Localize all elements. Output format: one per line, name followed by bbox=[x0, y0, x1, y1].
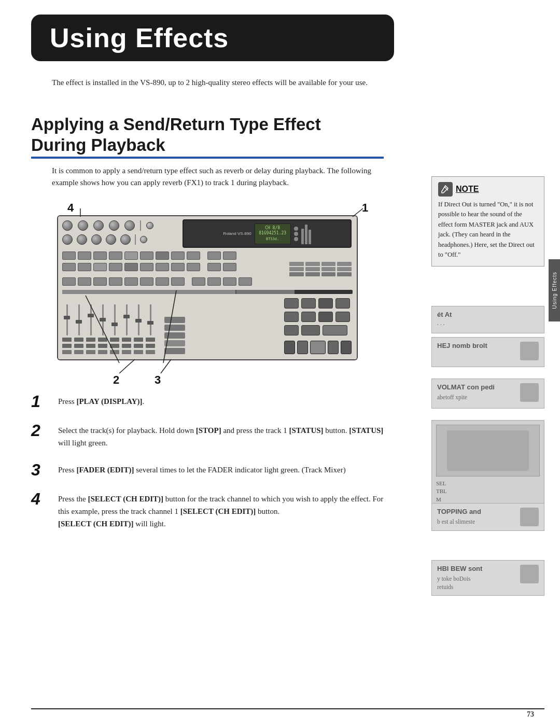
page-title: Using Effects bbox=[50, 22, 229, 53]
section-underline bbox=[31, 157, 384, 159]
section-body: It is common to apply a send/return type… bbox=[52, 165, 384, 189]
title-bar: Using Effects bbox=[31, 15, 394, 61]
step-2-number: 2 bbox=[31, 422, 58, 439]
device-diagram: Roland VS-890 CH 8/8 81G94251.23BT53d. bbox=[57, 215, 358, 360]
sidebar-block-1: ét At · · · bbox=[431, 306, 544, 333]
knob-5 bbox=[124, 220, 135, 231]
note-box: NOTE If Direct Out is turned "On," it is… bbox=[431, 176, 544, 267]
step-4-text: Press the [SELECT (CH EDIT)] button for … bbox=[58, 491, 384, 530]
svg-line-3 bbox=[161, 359, 171, 373]
sidebar-block-2: HEJ nomb brolt bbox=[431, 337, 544, 367]
page-number: 73 bbox=[527, 710, 534, 719]
intro-text: The effect is installed in the VS-890, u… bbox=[52, 77, 384, 89]
sidebar-block-5: HBI BEW sont y toke boDoisretuids bbox=[431, 560, 544, 596]
knob-2 bbox=[78, 220, 88, 231]
step-3-number: 3 bbox=[31, 461, 58, 478]
step-3: 3 Press [FADER (EDIT)] several times to … bbox=[31, 461, 384, 478]
bottom-line bbox=[31, 708, 544, 709]
knob-3 bbox=[93, 220, 104, 231]
step-1-number: 1 bbox=[31, 393, 58, 410]
diagram-label-3: 3 bbox=[155, 373, 161, 387]
display-screen: CH 8/8 81G94251.23BT53d. bbox=[255, 223, 291, 244]
step-3-text: Press [FADER (EDIT)] several times to le… bbox=[58, 461, 346, 476]
sidebar-image-block: SELTBLM bbox=[431, 420, 544, 508]
step-2-text: Select the track(s) for playback. Hold d… bbox=[58, 422, 384, 449]
step-1-text: Press [PLAY (DISPLAY)]. bbox=[58, 393, 144, 408]
knob-1 bbox=[62, 220, 73, 231]
steps-area: 1 Press [PLAY (DISPLAY)]. 2 Select the t… bbox=[31, 393, 384, 542]
diagram-label-1: 1 bbox=[362, 201, 368, 215]
diagram-label-4: 4 bbox=[67, 201, 74, 215]
step-4: 4 Press the [SELECT (CH EDIT)] button fo… bbox=[31, 491, 384, 530]
diagram-label-2: 2 bbox=[113, 373, 119, 387]
note-header: NOTE bbox=[438, 182, 538, 197]
note-icon bbox=[438, 182, 453, 197]
section-heading: Applying a Send/Return Type Effect Durin… bbox=[31, 114, 394, 156]
step-2: 2 Select the track(s) for playback. Hold… bbox=[31, 422, 384, 449]
display-unit: Roland VS-890 CH 8/8 81G94251.23BT53d. bbox=[183, 219, 352, 248]
sidebar-block-4: TOPPING and b est al slimeste bbox=[431, 503, 544, 531]
page-container: Using Effects The effect is installed in… bbox=[0, 0, 560, 728]
svg-line-2 bbox=[119, 359, 135, 373]
step-1: 1 Press [PLAY (DISPLAY)]. bbox=[31, 393, 384, 410]
note-body: If Direct Out is turned "On," it is not … bbox=[438, 200, 538, 260]
knob-4 bbox=[109, 220, 119, 231]
sidebar-block-3: VOLMAT con pedi abetoff xpite bbox=[431, 379, 544, 409]
step-4-number: 4 bbox=[31, 491, 58, 507]
vertical-tab: Using Effects bbox=[549, 259, 560, 321]
